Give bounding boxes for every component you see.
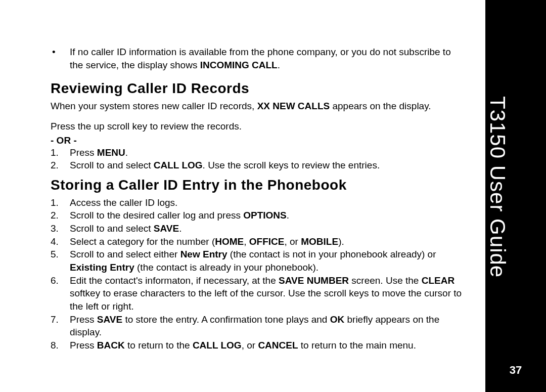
- bold: INCOMING CALL: [200, 60, 278, 70]
- list-item: Access the caller ID logs.: [51, 196, 465, 209]
- list-item: Press SAVE to store the entry. A confirm…: [51, 313, 465, 339]
- text: Press: [70, 340, 97, 351]
- paragraph: Press the up scroll key to review the re…: [51, 120, 465, 133]
- bold: OPTIONS: [243, 210, 287, 221]
- bold: CLEAR: [422, 275, 454, 286]
- text: , or: [285, 236, 301, 247]
- text: .: [287, 210, 289, 221]
- bold: Existing Entry: [70, 262, 134, 273]
- text: Edit the contact's informaton, if necess…: [70, 275, 279, 286]
- text: appears on the display.: [330, 101, 431, 111]
- text: to store the entry. A confirmation tone …: [122, 314, 330, 325]
- list-item: Select a category for the number (HOME, …: [51, 235, 465, 248]
- intro-bullet-list: If no caller ID information is available…: [51, 46, 465, 71]
- bold: CALL LOG: [193, 340, 242, 351]
- bold: MOBILE: [301, 236, 338, 247]
- text: .: [125, 147, 128, 158]
- text: Scroll to the desired caller log and pre…: [70, 210, 243, 221]
- text: to return to the: [125, 340, 193, 351]
- page: If no caller ID information is available…: [0, 0, 546, 392]
- list-item: Scroll to and select either New Entry (t…: [51, 248, 465, 274]
- bold: MENU: [97, 147, 125, 158]
- text: softkey to erase characters to the left …: [70, 288, 462, 312]
- text: (the contact is not in your phonebook al…: [228, 249, 436, 259]
- list-item: Scroll to and select SAVE.: [51, 222, 465, 235]
- text: Press: [70, 314, 97, 325]
- list-item: Press MENU.: [51, 146, 465, 159]
- list-item: Press BACK to return to the CALL LOG, or…: [51, 339, 465, 352]
- section-heading-storing: Storing a Caller ID Entry in the Phonebo…: [51, 177, 465, 193]
- ordered-list: Press MENU. Scroll to and select CALL LO…: [51, 146, 465, 172]
- text: Scroll to and select either: [70, 249, 180, 259]
- bold: HOME: [215, 236, 244, 247]
- text: When your system stores new caller ID re…: [51, 101, 257, 111]
- list-item: Scroll to the desired caller log and pre…: [51, 209, 465, 222]
- bold: CALL LOG: [154, 160, 203, 170]
- list-item: Scroll to and select CALL LOG. Use the s…: [51, 159, 465, 172]
- intro-bullet-item: If no caller ID information is available…: [51, 46, 465, 71]
- bold: OK: [330, 314, 345, 325]
- text: ,: [244, 236, 249, 247]
- text: Select a category for the number (: [70, 236, 215, 247]
- ordered-list: Access the caller ID logs. Scroll to the…: [51, 196, 465, 352]
- text: , or: [242, 340, 258, 351]
- text: to return to the main menu.: [298, 340, 416, 351]
- text: Scroll to and select: [70, 223, 154, 234]
- page-number: 37: [510, 364, 522, 377]
- sidebar: T3150 User Guide 37: [485, 0, 546, 392]
- text: .: [179, 223, 181, 234]
- text: screen. Use the: [349, 275, 422, 286]
- text: . Use the scroll keys to review the entr…: [203, 160, 380, 170]
- text: .: [278, 60, 280, 70]
- paragraph: When your system stores new caller ID re…: [51, 100, 465, 113]
- text: ).: [338, 236, 344, 247]
- bold: SAVE: [154, 223, 179, 234]
- section-heading-reviewing: Reviewing Caller ID Records: [51, 80, 465, 97]
- document-title: T3150 User Guide: [485, 96, 510, 278]
- content-area: If no caller ID information is available…: [0, 0, 485, 392]
- or-separator: - OR -: [51, 135, 465, 146]
- bold: New Entry: [180, 249, 228, 259]
- bold: CANCEL: [258, 340, 298, 351]
- text: Access the caller ID logs.: [70, 197, 177, 208]
- text: (the contact is already in your phoneboo…: [134, 262, 318, 273]
- bold: OFFICE: [249, 236, 285, 247]
- bold: SAVE: [97, 314, 122, 325]
- bold: SAVE NUMBER: [279, 275, 349, 286]
- bold: XX NEW CALLS: [257, 101, 330, 111]
- bold: BACK: [97, 340, 125, 351]
- list-item: Edit the contact's informaton, if necess…: [51, 274, 465, 313]
- text: Press: [70, 147, 97, 158]
- text: Scroll to and select: [70, 160, 154, 170]
